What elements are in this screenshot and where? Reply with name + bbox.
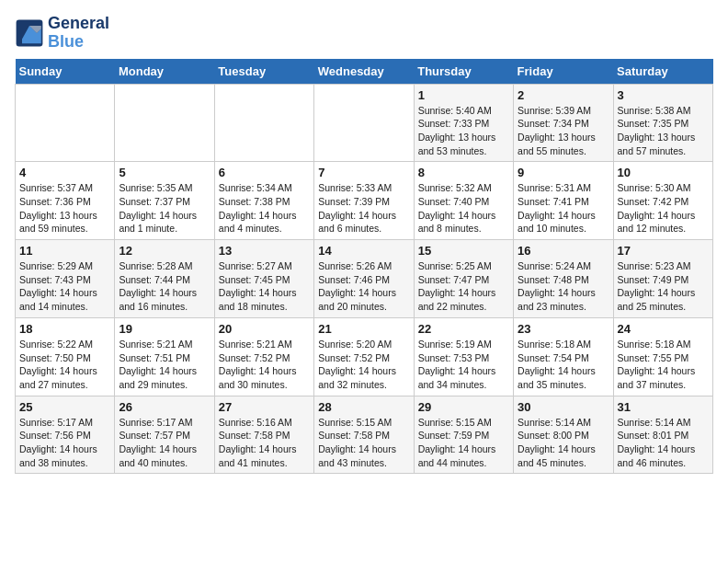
weekday-header-thursday: Thursday [414, 59, 513, 85]
calendar-cell [314, 84, 414, 162]
calendar-cell: 1Sunrise: 5:40 AMSunset: 7:33 PMDaylight… [414, 84, 513, 162]
day-info: Sunrise: 5:30 AMSunset: 7:42 PMDaylight:… [618, 181, 709, 236]
day-number: 25 [19, 400, 110, 414]
day-number: 17 [618, 244, 709, 258]
day-number: 11 [19, 244, 110, 258]
calendar-cell [214, 84, 313, 162]
day-number: 21 [318, 322, 409, 336]
day-info: Sunrise: 5:14 AMSunset: 8:01 PMDaylight:… [618, 416, 709, 470]
calendar-week-5: 25Sunrise: 5:17 AMSunset: 7:56 PMDayligh… [16, 396, 713, 474]
day-number: 24 [618, 322, 709, 336]
weekday-header-saturday: Saturday [613, 59, 712, 85]
day-number: 10 [618, 166, 709, 179]
day-number: 7 [318, 166, 409, 179]
calendar-cell: 19Sunrise: 5:21 AMSunset: 7:51 PMDayligh… [115, 317, 214, 396]
day-number: 28 [318, 400, 409, 414]
calendar-table: SundayMondayTuesdayWednesdayThursdayFrid… [15, 59, 713, 475]
calendar-cell: 5Sunrise: 5:35 AMSunset: 7:37 PMDaylight… [115, 162, 214, 240]
calendar-cell: 17Sunrise: 5:23 AMSunset: 7:49 PMDayligh… [613, 240, 712, 318]
day-info: Sunrise: 5:17 AMSunset: 7:56 PMDaylight:… [19, 416, 110, 470]
day-info: Sunrise: 5:22 AMSunset: 7:50 PMDaylight:… [19, 338, 110, 392]
calendar-cell: 3Sunrise: 5:38 AMSunset: 7:35 PMDaylight… [613, 84, 712, 162]
calendar-cell: 22Sunrise: 5:19 AMSunset: 7:53 PMDayligh… [414, 317, 513, 396]
calendar-cell: 18Sunrise: 5:22 AMSunset: 7:50 PMDayligh… [16, 317, 115, 396]
day-number: 5 [119, 166, 210, 179]
calendar-cell: 2Sunrise: 5:39 AMSunset: 7:34 PMDaylight… [514, 84, 613, 162]
calendar-cell: 10Sunrise: 5:30 AMSunset: 7:42 PMDayligh… [613, 162, 712, 240]
logo-text: General Blue [48, 15, 109, 52]
calendar-cell: 9Sunrise: 5:31 AMSunset: 7:41 PMDaylight… [514, 162, 613, 240]
calendar-cell: 8Sunrise: 5:32 AMSunset: 7:40 PMDaylight… [414, 162, 513, 240]
day-number: 30 [518, 400, 609, 414]
calendar-cell: 31Sunrise: 5:14 AMSunset: 8:01 PMDayligh… [613, 396, 712, 474]
calendar-cell: 26Sunrise: 5:17 AMSunset: 7:57 PMDayligh… [115, 396, 214, 474]
day-number: 31 [618, 400, 709, 414]
day-info: Sunrise: 5:17 AMSunset: 7:57 PMDaylight:… [119, 416, 210, 470]
day-number: 8 [418, 166, 509, 179]
day-info: Sunrise: 5:20 AMSunset: 7:52 PMDaylight:… [318, 338, 409, 392]
weekday-header-sunday: Sunday [16, 59, 115, 85]
calendar-week-3: 11Sunrise: 5:29 AMSunset: 7:43 PMDayligh… [16, 240, 713, 318]
day-info: Sunrise: 5:37 AMSunset: 7:36 PMDaylight:… [19, 181, 110, 236]
day-number: 12 [119, 244, 210, 258]
day-info: Sunrise: 5:27 AMSunset: 7:45 PMDaylight:… [219, 259, 310, 314]
weekday-header-wednesday: Wednesday [314, 59, 414, 85]
weekday-header-tuesday: Tuesday [214, 59, 313, 85]
calendar-cell: 7Sunrise: 5:33 AMSunset: 7:39 PMDaylight… [314, 162, 414, 240]
weekday-header-row: SundayMondayTuesdayWednesdayThursdayFrid… [16, 59, 713, 85]
calendar-cell: 13Sunrise: 5:27 AMSunset: 7:45 PMDayligh… [214, 240, 313, 318]
calendar-cell: 24Sunrise: 5:18 AMSunset: 7:55 PMDayligh… [613, 317, 712, 396]
calendar-cell: 15Sunrise: 5:25 AMSunset: 7:47 PMDayligh… [414, 240, 513, 318]
calendar-cell: 21Sunrise: 5:20 AMSunset: 7:52 PMDayligh… [314, 317, 414, 396]
day-info: Sunrise: 5:18 AMSunset: 7:54 PMDaylight:… [518, 338, 609, 392]
day-number: 1 [418, 88, 509, 102]
day-info: Sunrise: 5:31 AMSunset: 7:41 PMDaylight:… [518, 181, 609, 236]
day-info: Sunrise: 5:38 AMSunset: 7:35 PMDaylight:… [618, 104, 709, 158]
calendar-cell: 4Sunrise: 5:37 AMSunset: 7:36 PMDaylight… [16, 162, 115, 240]
calendar-week-1: 1Sunrise: 5:40 AMSunset: 7:33 PMDaylight… [16, 84, 713, 162]
calendar-cell: 12Sunrise: 5:28 AMSunset: 7:44 PMDayligh… [115, 240, 214, 318]
day-number: 26 [119, 400, 210, 414]
day-info: Sunrise: 5:26 AMSunset: 7:46 PMDaylight:… [318, 259, 409, 314]
calendar-cell: 28Sunrise: 5:15 AMSunset: 7:58 PMDayligh… [314, 396, 414, 474]
calendar-cell: 6Sunrise: 5:34 AMSunset: 7:38 PMDaylight… [214, 162, 313, 240]
weekday-header-monday: Monday [115, 59, 214, 85]
day-info: Sunrise: 5:24 AMSunset: 7:48 PMDaylight:… [518, 259, 609, 314]
day-info: Sunrise: 5:16 AMSunset: 7:58 PMDaylight:… [219, 416, 310, 470]
day-number: 13 [219, 244, 310, 258]
day-number: 6 [219, 166, 310, 179]
day-number: 2 [518, 88, 609, 102]
logo: General Blue [15, 15, 109, 52]
day-number: 22 [418, 322, 509, 336]
day-number: 9 [518, 166, 609, 179]
day-number: 19 [119, 322, 210, 336]
day-info: Sunrise: 5:14 AMSunset: 8:00 PMDaylight:… [518, 416, 609, 470]
weekday-header-friday: Friday [514, 59, 613, 85]
day-number: 4 [19, 166, 110, 179]
day-info: Sunrise: 5:35 AMSunset: 7:37 PMDaylight:… [119, 181, 210, 236]
day-info: Sunrise: 5:15 AMSunset: 7:59 PMDaylight:… [418, 416, 509, 470]
day-info: Sunrise: 5:40 AMSunset: 7:33 PMDaylight:… [418, 104, 509, 158]
day-info: Sunrise: 5:25 AMSunset: 7:47 PMDaylight:… [418, 259, 509, 314]
day-info: Sunrise: 5:28 AMSunset: 7:44 PMDaylight:… [119, 259, 210, 314]
day-info: Sunrise: 5:32 AMSunset: 7:40 PMDaylight:… [418, 181, 509, 236]
day-number: 27 [219, 400, 310, 414]
calendar-cell [16, 84, 115, 162]
day-number: 29 [418, 400, 509, 414]
calendar-cell: 11Sunrise: 5:29 AMSunset: 7:43 PMDayligh… [16, 240, 115, 318]
day-number: 15 [418, 244, 509, 258]
calendar-cell: 20Sunrise: 5:21 AMSunset: 7:52 PMDayligh… [214, 317, 313, 396]
day-info: Sunrise: 5:18 AMSunset: 7:55 PMDaylight:… [618, 338, 709, 392]
day-number: 20 [219, 322, 310, 336]
day-info: Sunrise: 5:21 AMSunset: 7:51 PMDaylight:… [119, 338, 210, 392]
day-info: Sunrise: 5:23 AMSunset: 7:49 PMDaylight:… [618, 259, 709, 314]
day-number: 18 [19, 322, 110, 336]
day-info: Sunrise: 5:21 AMSunset: 7:52 PMDaylight:… [219, 338, 310, 392]
day-info: Sunrise: 5:39 AMSunset: 7:34 PMDaylight:… [518, 104, 609, 158]
calendar-week-2: 4Sunrise: 5:37 AMSunset: 7:36 PMDaylight… [16, 162, 713, 240]
day-number: 23 [518, 322, 609, 336]
day-number: 3 [618, 88, 709, 102]
calendar-cell: 25Sunrise: 5:17 AMSunset: 7:56 PMDayligh… [16, 396, 115, 474]
logo-icon [15, 18, 44, 48]
day-info: Sunrise: 5:29 AMSunset: 7:43 PMDaylight:… [19, 259, 110, 314]
